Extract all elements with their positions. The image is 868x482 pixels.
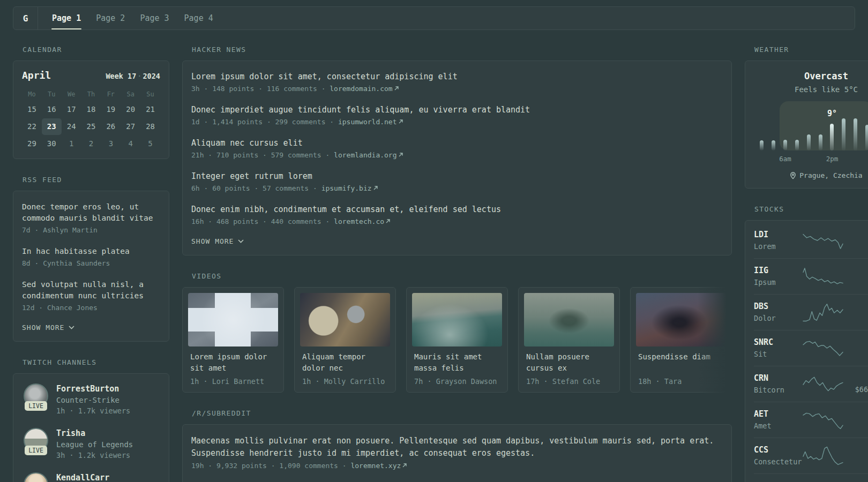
- video-title[interactable]: Nullam posuere cursus ex: [526, 351, 612, 374]
- hn-item-domain[interactable]: loremlandia.org: [334, 151, 396, 159]
- reddit-post-title[interactable]: Maecenas mollis pulvinar erat non posuer…: [191, 435, 723, 460]
- hn-item-domain[interactable]: loremtech.co: [334, 217, 384, 225]
- calendar-day-next-month: 4: [121, 135, 140, 152]
- rss-item: In hac habitasse platea 8d · Cynthia Sau…: [22, 246, 160, 267]
- video-thumbnail-boat-wake[interactable]: [412, 293, 502, 347]
- channel-name[interactable]: KendallCarr: [56, 473, 109, 482]
- calendar-day-next-month: 5: [140, 135, 160, 152]
- reddit-post-meta: 19h · 9,932 points · 1,090 comments · lo…: [191, 462, 723, 470]
- stock-symbol[interactable]: IIG: [754, 266, 803, 275]
- stock-row[interactable]: SNRC Sit +1.36% $148.64: [754, 330, 868, 366]
- hn-item-domain[interactable]: ipsumify.biz: [321, 184, 372, 192]
- tab-page-4[interactable]: Page 4: [177, 7, 221, 29]
- stock-name: Bitcorn: [754, 386, 803, 394]
- stock-row[interactable]: CRN Bitcorn -1.00% $66,171.48: [754, 366, 868, 402]
- rss-item-title[interactable]: In hac habitasse platea: [22, 246, 160, 257]
- twitch-channel-row[interactable]: LIVE Trisha League of Legends 3h · 1.2k …: [22, 428, 160, 460]
- reddit-post-domain[interactable]: loremnet.xyz: [350, 462, 401, 470]
- tab-page-1[interactable]: Page 1: [44, 7, 88, 29]
- stock-symbol[interactable]: CRN: [754, 373, 803, 383]
- video-card[interactable]: Aliquam tempor dolor nec pharetra… 1h · …: [294, 287, 396, 393]
- hn-show-more-button[interactable]: SHOW MORE: [191, 237, 723, 245]
- video-title[interactable]: Aliquam tempor dolor nec pharetra…: [302, 351, 388, 374]
- hn-item-title[interactable]: Integer eget rutrum lorem: [191, 171, 723, 182]
- video-thumbnail-vintage-camera[interactable]: [300, 293, 390, 347]
- calendar-week-year: Week 17·2024: [106, 72, 160, 80]
- hn-item-domain[interactable]: ipsumworld.net: [338, 118, 397, 126]
- weekday-label: Fr: [101, 88, 121, 101]
- calendar-widget: April Week 17·2024 Mo Tu We Th Fr Sa Su …: [13, 61, 169, 159]
- video-meta: 1h · Molly Carrillo: [302, 377, 388, 386]
- stock-row[interactable]: IIG Ipsum +2.84% $42.04: [754, 258, 868, 294]
- video-card[interactable]: Suspendisse diam 18h · Tara: [630, 287, 732, 393]
- stock-row[interactable]: DBS Dolor +1.42% $156.28: [754, 294, 868, 330]
- video-meta: 7h · Grayson Dawson: [414, 377, 500, 386]
- rss-item-title[interactable]: Donec tempor eros leo, ut commodo mauris…: [22, 201, 160, 224]
- stock-sparkline: [803, 266, 843, 287]
- hn-item: Donec enim nibh, condimentum et accumsan…: [191, 204, 723, 225]
- calendar-day-next-month: 1: [62, 135, 81, 152]
- video-card[interactable]: Lorem ipsum dolor sit amet consectetu… 1…: [182, 287, 284, 393]
- hn-item-meta: 1d · 1,414 points · 299 comments · ipsum…: [191, 118, 723, 126]
- stock-price: $42.04: [843, 277, 868, 286]
- channel-name[interactable]: Trisha: [56, 428, 133, 438]
- stock-row[interactable]: AET Amet +0.92% $499.72: [754, 402, 868, 438]
- weather-bar: [795, 140, 799, 150]
- videos-carousel: Lorem ipsum dolor sit amet consectetu… 1…: [182, 287, 732, 393]
- weather-section: WEATHER Overcast Feels like 5°C 9°: [745, 46, 868, 189]
- weather-bars: [756, 117, 868, 150]
- hn-item-title[interactable]: Lorem ipsum dolor sit amet, consectetur …: [191, 71, 723, 82]
- channel-meta: 3h · 1.2k viewers: [56, 451, 133, 460]
- tab-page-2[interactable]: Page 2: [88, 7, 132, 29]
- hacker-news-card: Lorem ipsum dolor sit amet, consectetur …: [182, 61, 732, 255]
- stock-symbol[interactable]: CCS: [754, 445, 803, 455]
- video-card[interactable]: Mauris sit amet massa felis 7h · Grayson…: [406, 287, 508, 393]
- twitch-channel-row[interactable]: KendallCarr: [22, 472, 160, 482]
- video-card[interactable]: Nullam posuere cursus ex 17h · Stefan Co…: [518, 287, 620, 393]
- stock-row[interactable]: AHS +0.46%: [754, 473, 868, 482]
- channel-name[interactable]: ForrestBurton: [56, 384, 130, 394]
- calendar-grid: Mo Tu We Th Fr Sa Su 15 16 17 18 19 20 2…: [22, 88, 160, 152]
- rss-show-more-button[interactable]: SHOW MORE: [22, 323, 160, 332]
- rss-feed-card: Donec tempor eros leo, ut commodo mauris…: [13, 191, 169, 342]
- weather-section-title: WEATHER: [754, 46, 868, 54]
- hn-item-domain[interactable]: loremdomain.com: [330, 85, 392, 93]
- external-link-icon: [398, 152, 403, 157]
- video-thumbnail-concrete-towers[interactable]: [188, 293, 278, 347]
- stock-symbol[interactable]: LDI: [754, 230, 803, 239]
- hacker-news-section-title: HACKER NEWS: [192, 46, 732, 54]
- hn-item-title[interactable]: Donec enim nibh, condimentum et accumsan…: [191, 204, 723, 215]
- video-title[interactable]: Mauris sit amet massa felis: [414, 351, 500, 374]
- rss-item-meta: 12d · Chance Jones: [22, 304, 160, 312]
- twitch-section: TWITCH CHANNELS LIVE ForrestBurton Count…: [13, 358, 169, 482]
- location-pin-icon: [790, 172, 796, 179]
- right-column: WEATHER Overcast Feels like 5°C 9°: [745, 46, 868, 482]
- hn-item-meta: 3h · 148 points · 116 comments · loremdo…: [191, 85, 723, 93]
- video-thumbnail-canoe-fog[interactable]: [524, 293, 614, 347]
- tab-page-3[interactable]: Page 3: [132, 7, 176, 29]
- channel-game: League of Legends: [56, 440, 133, 449]
- twitch-channel-row[interactable]: LIVE ForrestBurton Counter-Strike 1h · 1…: [22, 383, 160, 415]
- hn-item-title[interactable]: Donec imperdiet augue tincidunt felis al…: [191, 104, 723, 116]
- video-title[interactable]: Lorem ipsum dolor sit amet consectetu…: [190, 351, 276, 374]
- weather-bar: [865, 125, 868, 150]
- rss-item-title[interactable]: Sed volutpat nulla nisl, a condimentum n…: [22, 279, 160, 302]
- stock-symbol[interactable]: SNRC: [754, 337, 803, 347]
- stock-symbol[interactable]: AET: [754, 409, 803, 419]
- stock-row[interactable]: LDI Lorem +4.35% $795.18: [754, 223, 868, 258]
- stock-name: Dolor: [754, 314, 803, 322]
- hn-item-title[interactable]: Aliquam nec cursus elit: [191, 138, 723, 149]
- stock-row[interactable]: CCS Consectetur +0.51% $165.84: [754, 438, 868, 473]
- video-title[interactable]: Suspendisse diam: [638, 351, 724, 374]
- stock-symbol[interactable]: DBS: [754, 302, 803, 311]
- top-nav: G Page 1 Page 2 Page 3 Page 4: [13, 6, 855, 30]
- app-logo[interactable]: G: [13, 7, 38, 29]
- time-label: 2pm: [826, 155, 839, 163]
- twitch-section-title: TWITCH CHANNELS: [23, 358, 169, 366]
- channel-avatar[interactable]: [24, 472, 48, 482]
- weekday-label: Th: [81, 88, 101, 101]
- weather-location: Prague, Czechia: [753, 171, 868, 179]
- video-thumbnail-foggy-field[interactable]: [636, 293, 726, 347]
- video-meta: 18h · Tara: [638, 377, 724, 386]
- channel-game: Counter-Strike: [56, 396, 130, 404]
